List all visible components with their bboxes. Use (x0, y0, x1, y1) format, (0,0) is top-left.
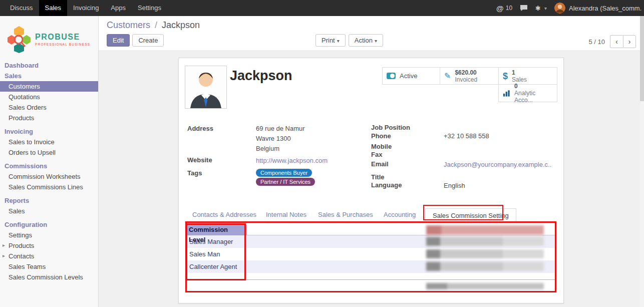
chevron-right-icon: ▸ (3, 253, 5, 258)
sidebar-item-sales-to-invoice[interactable]: Sales to Invoice (0, 137, 98, 147)
customer-photo[interactable] (185, 66, 227, 109)
pager-previous-button[interactable]: ‹ (610, 35, 623, 48)
phone-value: +32 10 588 558 (444, 132, 489, 140)
vertical-scrollbar[interactable] (640, 16, 644, 307)
active-toggle-icon (387, 73, 396, 79)
chat-bubble-icon (520, 5, 528, 12)
sidebar-item-label: Products (9, 242, 34, 249)
email-label: Email (371, 160, 389, 168)
sidebar-heading-sales[interactable]: Sales (0, 71, 98, 81)
sidebar-item-label: Contacts (9, 252, 34, 260)
messages-button[interactable] (520, 5, 528, 12)
create-button[interactable]: Create (132, 34, 164, 47)
caret-down-icon: ▾ (337, 38, 340, 44)
action-dropdown-button[interactable]: Action▾ (349, 34, 383, 47)
mention-count-badge: 10 (506, 5, 512, 12)
invoiced-label: Invoiced (455, 76, 477, 83)
notebook-tabs: Contacts & Addresses Internal Notes Sale… (187, 208, 556, 222)
print-action-buttons: Print▾ Action▾ (315, 34, 383, 47)
sidebar-item-sales-commissions-lines[interactable]: Sales Commissions Lines (0, 182, 98, 192)
logo-subtitle: PROFESSIONAL BUSINESS (35, 43, 90, 46)
sidebar-heading-commissions[interactable]: Commissions (0, 161, 98, 171)
sidebar-heading-reports[interactable]: Reports (0, 195, 98, 206)
menu-discuss[interactable]: Discuss (4, 0, 39, 16)
user-name: Alexandra (Sales_comm.. (569, 5, 642, 12)
column-header-commission-level[interactable]: Commission Level (187, 225, 247, 235)
email-link[interactable]: Jackpson@yourcompany.example.c.. (444, 161, 551, 168)
tab-contacts-addresses[interactable]: Contacts & Addresses (192, 211, 256, 218)
pager-counter: 5 / 10 (588, 38, 605, 46)
record-sheet: Jackpson Active ✎ $620.00 Invoiced $ 1 S… (178, 58, 564, 303)
record-pager: 5 / 10 ‹ › (588, 35, 636, 48)
address-line2: Wavre 1300 (256, 135, 291, 142)
sidebar-item-commission-worksheets[interactable]: Commission Worksheets (0, 171, 98, 182)
fax-label: Fax (371, 151, 382, 158)
probuse-logo-icon (6, 25, 32, 53)
sidebar-item-quotations[interactable]: Quotations (0, 92, 98, 102)
analytic-chart-icon (503, 90, 510, 97)
edit-button[interactable]: Edit (107, 34, 130, 47)
menu-invoicing[interactable]: Invoicing (67, 0, 105, 16)
job-position-label: Job Position (371, 124, 410, 131)
mentions-button[interactable]: @ 10 (496, 4, 512, 13)
form-buttons: Edit Create (107, 34, 164, 47)
sales-stat-button[interactable]: $ 1 Sales (498, 67, 557, 85)
address-line3: Belgium (256, 145, 279, 152)
sidebar-item-settings[interactable]: Settings (0, 230, 98, 240)
language-value: English (444, 182, 465, 189)
sidebar-item-orders-to-upsell[interactable]: Orders to Upsell (0, 147, 98, 158)
main-area: Customers / Jackpson Edit Create Print▾ … (99, 16, 640, 307)
scrollbar-thumb[interactable] (640, 16, 644, 101)
analytic-label: Analytic Acco... (514, 90, 553, 104)
print-label: Print (321, 37, 335, 44)
sidebar: PROBUSE PROFESSIONAL BUSINESS Dashboard … (0, 16, 99, 307)
sidebar-item-reports-sales[interactable]: Sales (0, 206, 98, 216)
table-row-empty (187, 273, 556, 279)
sidebar-item-sales-commission-levels[interactable]: Sales Commission Levels (0, 272, 98, 282)
tab-sales-purchases[interactable]: Sales & Purchases (318, 211, 373, 218)
caret-down-icon: ▾ (375, 38, 377, 44)
sidebar-item-sales-teams[interactable]: Sales Teams (0, 261, 98, 272)
pager-buttons: ‹ › (610, 35, 636, 48)
tab-accounting[interactable]: Accounting (384, 211, 416, 218)
sidebar-heading-invoicing[interactable]: Invoicing (0, 126, 98, 137)
table-row-sales-manager[interactable]: Sales Manager (187, 235, 556, 248)
sidebar-item-customers[interactable]: Customers (0, 81, 98, 92)
breadcrumb-current: Jackpson (162, 20, 200, 30)
tag-components-buyer[interactable]: Components Buyer (256, 169, 312, 177)
analytic-stat-button[interactable]: 0 Analytic Acco... (498, 84, 557, 102)
user-menu[interactable]: Alexandra (Sales_comm.. (554, 3, 642, 14)
sales-count: 1 (512, 69, 527, 76)
breadcrumb-customers-link[interactable]: Customers (107, 20, 150, 30)
user-avatar (554, 3, 565, 14)
control-panel: Customers / Jackpson Edit Create Print▾ … (99, 16, 640, 50)
tab-sales-commission-setting[interactable]: Sales Commission Setting (425, 208, 516, 222)
analytic-count: 0 (514, 83, 553, 90)
menu-apps[interactable]: Apps (105, 0, 132, 16)
invoiced-value: $620.00 (455, 69, 477, 76)
debug-icon: ✱ (535, 5, 541, 12)
sidebar-item-sales-orders[interactable]: Sales Orders (0, 102, 98, 113)
sidebar-item-products[interactable]: Products (0, 113, 98, 123)
active-stat-button[interactable]: Active (382, 67, 440, 85)
chevron-right-icon: ▸ (3, 242, 5, 248)
print-dropdown-button[interactable]: Print▾ (315, 34, 346, 47)
menu-settings[interactable]: Settings (132, 0, 167, 16)
probuse-logo[interactable]: PROBUSE PROFESSIONAL BUSINESS (0, 16, 98, 60)
tab-internal-notes[interactable]: Internal Notes (266, 211, 306, 218)
customer-avatar-image (185, 66, 226, 108)
website-link[interactable]: http://www.jackpson.com (256, 157, 328, 164)
tag-partner-it-services[interactable]: Partner / IT Services (256, 178, 315, 186)
table-row-callcenter-agent[interactable]: Callcenter Agent (187, 260, 556, 273)
menu-sales[interactable]: Sales (39, 0, 68, 16)
breadcrumb: Customers / Jackpson (107, 20, 200, 31)
debug-menu-button[interactable]: ✱ ▾ (535, 5, 547, 12)
pager-next-button[interactable]: › (623, 35, 636, 48)
sidebar-item-dashboard[interactable]: Dashboard (0, 60, 98, 71)
sidebar-item-config-products[interactable]: ▸ Products (0, 240, 98, 251)
invoiced-stat-button[interactable]: ✎ $620.00 Invoiced (440, 67, 499, 85)
table-row-sales-man[interactable]: Sales Man (187, 248, 556, 260)
caret-down-icon: ▾ (544, 6, 547, 11)
sidebar-item-config-contacts[interactable]: ▸ Contacts (0, 251, 98, 261)
sidebar-heading-configuration[interactable]: Configuration (0, 219, 98, 230)
